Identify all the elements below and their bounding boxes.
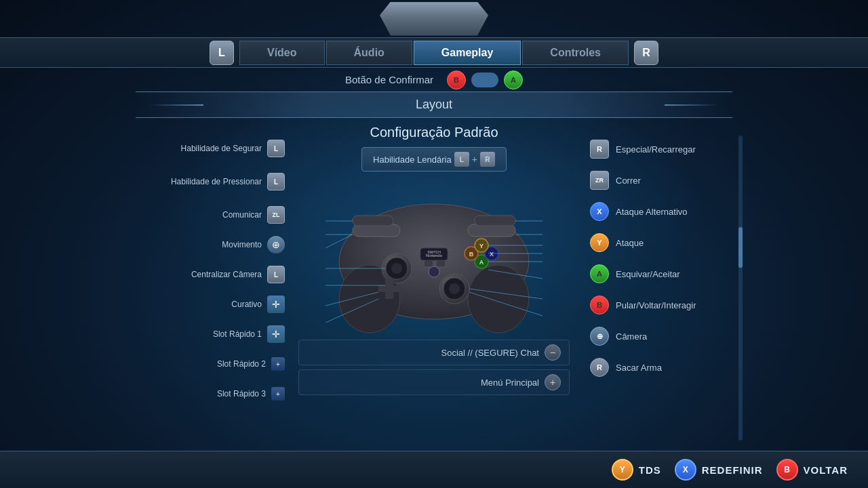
top-emblem xyxy=(366,0,502,37)
layout-header: Layout xyxy=(136,92,732,118)
bottom-center-items: Social // (SEGURE) Chat − Menú Principal… xyxy=(292,340,576,395)
menu-label: Menú Principal xyxy=(307,378,539,388)
plus-badge: + xyxy=(545,374,561,390)
dpad-badge-slot1: ✛ xyxy=(267,325,285,343)
dpad-badge-curativo: ✛ xyxy=(267,296,285,313)
svg-text:SWITCH: SWITCH xyxy=(427,250,441,254)
social-chat-row: Social // (SEGURE) Chat − xyxy=(298,340,570,365)
mapping-label: Slot Rápido 2 xyxy=(217,359,266,369)
btn-y-tds[interactable]: Y xyxy=(612,459,633,481)
right-item-esquivar: A Esquivar/Aceitar xyxy=(590,260,732,288)
controller-svg: A B X Y xyxy=(326,180,542,336)
key-zl-badge: ZL xyxy=(267,206,285,224)
svg-point-14 xyxy=(449,283,460,294)
dpad-badge-movement: ⊕ xyxy=(267,236,285,253)
mapping-slot3: Slot Rápido 3 + xyxy=(136,380,285,407)
controller-image: A B X Y xyxy=(326,180,542,336)
action-redefinir: X REDEFINIR xyxy=(675,459,763,481)
bottom-bar: Y TDS X REDEFINIR B VOLTAR xyxy=(0,451,868,488)
btn-y-ataque: Y xyxy=(590,233,609,252)
scroll-indicator xyxy=(738,136,743,441)
left-mappings: Habilidade de Segurar L Habilidade de Pr… xyxy=(136,125,285,447)
right-item-pular: B Pular/Voltar/Interagir xyxy=(590,291,732,319)
tab-controles[interactable]: Controles xyxy=(522,41,629,65)
subtitle-text: Botão de Confirmar xyxy=(345,74,433,85)
menu-principal-row: Menú Principal + xyxy=(298,369,570,395)
mapping-curativo: Curativo ✛ xyxy=(136,291,285,318)
three-column-layout: Habilidade de Segurar L Habilidade de Pr… xyxy=(136,125,732,447)
svg-rect-23 xyxy=(424,260,433,267)
tds-label: TDS xyxy=(639,464,661,476)
mapping-comunicar: Comunicar ZL xyxy=(136,201,285,228)
mapping-centralizar: Centralizar Câmera L xyxy=(136,261,285,288)
mapping-label: Comunicar xyxy=(222,210,262,220)
svg-point-9 xyxy=(391,263,402,274)
svg-text:Y: Y xyxy=(479,243,484,249)
dpad-badge-slot2: + xyxy=(271,357,285,371)
right-mappings: R Especial/Recarregar ZR Correr X Ataque… xyxy=(583,125,732,447)
nav-next-button[interactable]: R xyxy=(634,41,658,65)
right-label: Correr xyxy=(616,176,641,186)
key-l-badge-2: L xyxy=(267,173,285,190)
toggle-switch[interactable] xyxy=(471,73,498,87)
emblem-shape xyxy=(380,2,488,36)
right-label: Especial/Recarregar xyxy=(616,144,696,155)
right-item-especial: R Especial/Recarregar xyxy=(590,135,732,163)
btn-a-esquivar: A xyxy=(590,264,609,283)
tab-gameplay[interactable]: Gameplay xyxy=(414,41,521,65)
right-item-correr: ZR Correr xyxy=(590,166,732,195)
right-label: Ataque xyxy=(616,238,644,248)
svg-text:A: A xyxy=(479,259,484,266)
right-label: Esquivar/Aceitar xyxy=(616,269,680,279)
legendary-badge: Habilidade Lendária L + R xyxy=(361,147,507,171)
subtitle-bar: Botão de Confirmar B A xyxy=(0,68,868,92)
dpad-badge-slot3: + xyxy=(271,387,285,401)
btn-dpad-camera: ⊕ xyxy=(590,327,609,346)
right-label: Sacar Arma xyxy=(616,363,662,373)
main-content: Layout Habilidade de Segurar L Habilidad… xyxy=(136,92,732,447)
svg-rect-6 xyxy=(475,216,515,226)
nav-prev-button[interactable]: L xyxy=(210,41,234,65)
btn-b-voltar[interactable]: B xyxy=(776,459,798,481)
layout-title: Layout xyxy=(416,98,452,111)
tab-video[interactable]: Vídeo xyxy=(239,41,325,65)
confirm-a-badge: A xyxy=(504,70,523,89)
mapping-slot1: Slot Rápido 1 ✛ xyxy=(136,321,285,348)
mapping-slot2: Slot Rápido 2 + xyxy=(136,350,285,378)
right-item-ataque-alt: X Ataque Alternativo xyxy=(590,197,732,226)
mapping-label: Habilidade de Segurar xyxy=(181,144,262,153)
right-item-sacar: R Sacar Arma xyxy=(590,353,732,382)
right-label: Câmera xyxy=(616,331,647,342)
nav-bar: L Vídeo Áudio Gameplay Controles R xyxy=(0,37,868,68)
key-l-badge: L xyxy=(267,140,285,157)
voltar-label: VOLTAR xyxy=(804,464,848,476)
btn-rs-sacar: R xyxy=(590,358,609,377)
mapping-label: Habilidade de Pressionar xyxy=(171,177,262,186)
plus-separator: + xyxy=(472,154,477,165)
btn-zr-correr: ZR xyxy=(590,171,609,190)
mapping-movimento: Movimento ⊕ xyxy=(136,231,285,258)
svg-text:B: B xyxy=(469,251,474,258)
mapping-label: Slot Rápido 3 xyxy=(217,389,266,399)
svg-point-25 xyxy=(429,266,439,277)
svg-rect-24 xyxy=(436,260,446,267)
svg-rect-4 xyxy=(468,224,515,237)
scroll-thumb[interactable] xyxy=(738,227,743,268)
mapping-label: Curativo xyxy=(231,300,262,309)
action-tds: Y TDS xyxy=(612,459,661,481)
key-l-badge-3: L xyxy=(267,266,285,283)
svg-rect-11 xyxy=(385,279,393,299)
right-label: Ataque Alternativo xyxy=(616,207,688,217)
nav-tabs: Vídeo Áudio Gameplay Controles xyxy=(239,41,629,65)
btn-x-redefinir[interactable]: X xyxy=(675,459,696,481)
btn-r-especial: R xyxy=(590,140,609,159)
redefinir-label: REDEFINIR xyxy=(702,464,763,476)
config-title: Configuração Padrão xyxy=(370,125,498,140)
btn-x-ataque: X xyxy=(590,202,609,221)
legendary-label: Habilidade Lendária xyxy=(373,155,452,165)
r-key: R xyxy=(480,152,495,167)
l-key: L xyxy=(454,152,469,167)
action-voltar: B VOLTAR xyxy=(776,459,848,481)
tab-audio[interactable]: Áudio xyxy=(326,41,412,65)
mapping-habilidade-segurar: Habilidade de Segurar L xyxy=(136,135,285,162)
